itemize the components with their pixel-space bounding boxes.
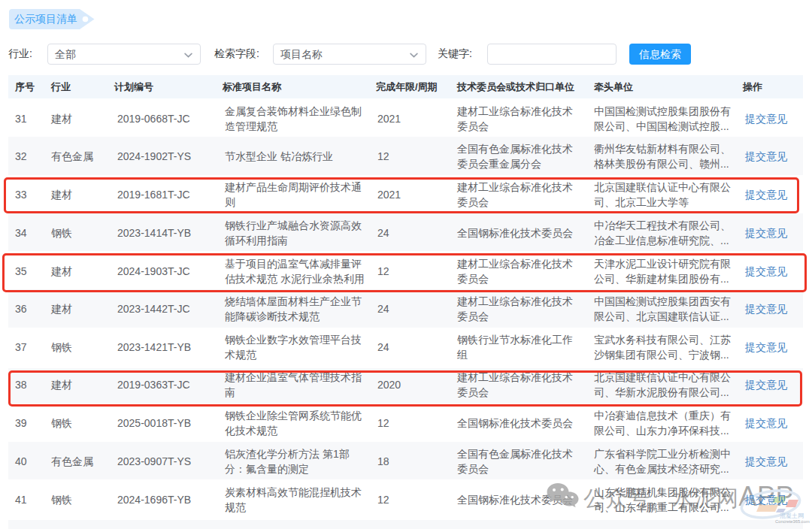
svg-text:Concrete365.com: Concrete365.com — [775, 519, 810, 524]
svg-text:混凝土网: 混凝土网 — [780, 512, 804, 519]
